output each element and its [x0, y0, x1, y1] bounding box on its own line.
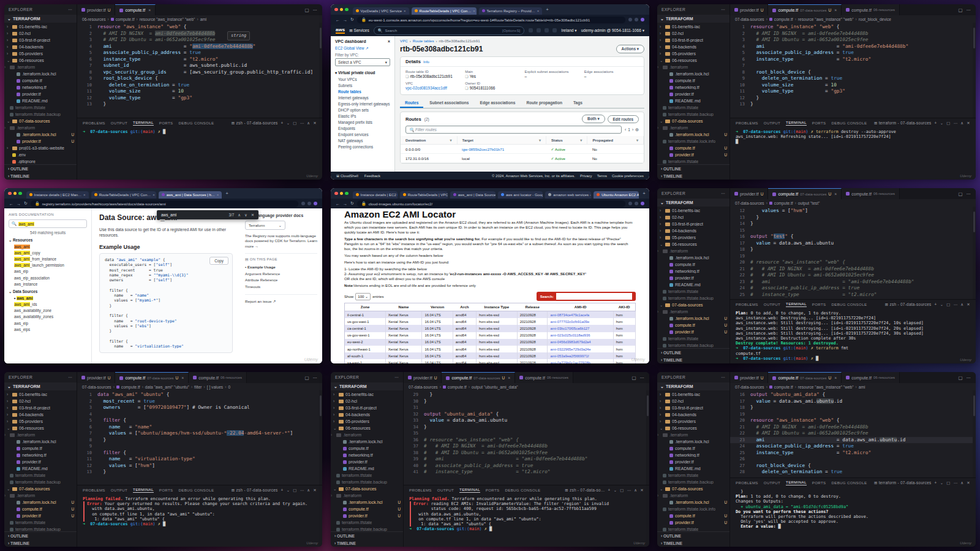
code-line[interactable]: 25# instance_type = "t2.micro" — [730, 292, 976, 298]
code-line[interactable]: 12 values = ["hvm"] — [730, 208, 976, 215]
tree-item[interactable]: terraform.tfstate — [657, 526, 729, 531]
tree-item[interactable]: .terraform.lock.hclU — [657, 499, 729, 506]
code-line[interactable]: 33 value = data.aws_ami.ubuntu — [404, 417, 649, 424]
code-line[interactable]: 28 delete_on_termination = true — [730, 469, 976, 476]
close-tab-icon[interactable]: × — [153, 193, 155, 197]
doc-nav-item[interactable]: aws_availability_zone — [9, 308, 87, 314]
terminal-dropdown-icon[interactable]: ⌄ — [940, 302, 944, 307]
column-header[interactable]: Instance Type — [477, 303, 518, 311]
editor-tab[interactable]: compute.tf07-data-sourcesU× — [768, 188, 842, 199]
tree-item[interactable]: README.md — [4, 97, 77, 104]
code-line[interactable]: 32output "ubuntu_ami_data" { — [404, 411, 649, 418]
breadcrumb-item[interactable]: 07-data-sources — [735, 385, 764, 389]
tree-item[interactable]: ›01-benefits-iac — [657, 23, 729, 30]
on-this-page-link[interactable]: Attribute Reference — [245, 276, 317, 283]
breadcrumb-item[interactable]: compute.tf — [774, 17, 793, 21]
new-terminal-icon[interactable]: + — [935, 302, 937, 306]
maximize-panel-icon[interactable]: ∧ — [307, 488, 310, 493]
code-line[interactable]: 7 values = ["ubuntu/images/hvm-ssd/ubunt… — [77, 430, 322, 437]
outline-section[interactable]: › OUTLINE — [657, 532, 729, 539]
kill-terminal-icon[interactable]: ⋯ — [300, 488, 304, 493]
tree-item[interactable]: ›proj01-s3-static-website — [4, 145, 77, 151]
tree-item[interactable]: terraform.tfstate — [657, 158, 729, 164]
code-line[interactable]: 9 delete_on_termination = true — [730, 75, 976, 82]
scrollbar[interactable] — [973, 390, 976, 477]
editor-tab[interactable]: compute.tf07-data-sourcesU× — [442, 372, 515, 383]
tree-item[interactable]: terraform.tfstate.backup — [657, 111, 729, 118]
code-line[interactable]: 21# # AMI ID NGINX = ami-0dfee6e7eb44d48… — [730, 266, 976, 273]
new-terminal-icon[interactable]: + — [935, 121, 937, 125]
code-line[interactable]: 24 associate_public_ip_address = true — [730, 443, 976, 450]
address-bar[interactable]: 🔒cloud-images.ubuntu.com/locator/ec2/ — [357, 200, 625, 207]
edit-routes-button[interactable]: Edit routes — [608, 115, 639, 123]
tree-item[interactable]: .terraform.lock.hcl — [331, 438, 403, 445]
close-panel-icon[interactable]: ✕ — [313, 488, 317, 493]
panel-tab-problems[interactable]: PROBLEMS — [736, 481, 758, 485]
code-line[interactable]: 21 # AMI ID NGINX = ami-0dfee6e7eb44d488… — [730, 424, 976, 431]
explorer-more-icon[interactable]: ⋯ — [721, 375, 725, 380]
tree-item[interactable]: terraform.tfstate.lock.info — [657, 138, 729, 145]
browser-tab[interactable]: amazon web services - how…× — [545, 191, 591, 199]
code-line[interactable]: 35 — [404, 430, 649, 437]
panel-tab-problems[interactable]: PROBLEMS — [409, 488, 432, 492]
tree-item[interactable]: provider.tfU — [4, 512, 77, 519]
browser-tab[interactable]: Terraform Registry – Provid…× — [479, 7, 543, 15]
editor-tab[interactable]: compute.tf06-resources — [842, 188, 900, 199]
code-line[interactable]: 10 filter { — [77, 450, 322, 457]
tree-item[interactable]: terraform.tfstate — [331, 472, 403, 479]
tree-item[interactable]: ⌄07-data-sources — [4, 485, 77, 492]
outline-section[interactable]: › OUTLINE — [4, 165, 77, 172]
browser-tab[interactable]: aws_ami | Data Sources | h…× — [450, 191, 496, 199]
code-line[interactable]: 20resource "aws_instance" "web" { — [730, 417, 976, 424]
new-tab-icon[interactable]: + — [546, 7, 549, 12]
code-line[interactable]: 11 volume_size = 10 — [77, 88, 322, 95]
on-this-page-link[interactable]: Argument Reference — [245, 270, 317, 277]
tree-item[interactable]: ⌄06-resources — [657, 57, 729, 64]
code-line[interactable]: 29 } — [404, 392, 649, 398]
breadcrumb-item[interactable]: output "ubuntu_ami_data" — [472, 385, 518, 389]
tree-item[interactable]: provider.tfU — [657, 519, 729, 526]
sidebar-item[interactable]: Endpoints — [331, 125, 394, 131]
column-header[interactable]: Target▾ — [457, 136, 546, 145]
more-actions-icon[interactable]: ⋯ — [640, 375, 645, 381]
tree-item[interactable]: README.md — [657, 465, 729, 472]
close-panel-icon[interactable]: ✕ — [640, 488, 644, 493]
tree-item[interactable]: networking.tf — [4, 452, 77, 458]
services-menu[interactable]: ⊞ Services — [349, 28, 369, 33]
close-tab-icon[interactable]: × — [834, 192, 837, 196]
find-query[interactable]: aws_ami — [161, 213, 176, 217]
scrollbar[interactable] — [973, 207, 976, 299]
timeline-section[interactable]: › TIMELINE — [4, 539, 77, 547]
tree-item[interactable]: provider.tf — [331, 458, 403, 465]
code-line[interactable]: 9 — [77, 443, 322, 450]
tree-item[interactable]: terraform.tfstate — [4, 519, 77, 526]
forward-icon[interactable]: → — [17, 202, 21, 206]
outline-section[interactable]: › OUTLINE — [4, 532, 77, 539]
tree-item[interactable]: terraform.tfstate.backup — [4, 526, 77, 531]
outline-section[interactable]: › OUTLINE — [657, 349, 729, 356]
panel-tab-ports[interactable]: PORTS — [159, 488, 173, 492]
scrollbar[interactable] — [319, 390, 322, 485]
terminal[interactable]: }Plan: 1 to add, 0 to change, 0 to destr… — [730, 487, 976, 547]
find-next-icon[interactable]: ∨ — [244, 213, 247, 218]
region-selector[interactable]: Ireland ▾ — [561, 28, 576, 33]
copy-icon[interactable]: ❏ — [465, 86, 468, 90]
doc-nav-item[interactable]: aws_ami_copy — [9, 249, 87, 256]
code-line[interactable]: 38# # AMI ID Ubuntu = ami-0652a001025ec9… — [404, 450, 649, 457]
code-line[interactable]: 7 — [730, 63, 976, 69]
editor-tab[interactable]: compute.tf06-resources — [842, 372, 900, 383]
sidebar-item[interactable]: DHCP option sets — [331, 107, 394, 113]
panel-tab-terminal[interactable]: TERMINAL — [133, 120, 154, 126]
kill-terminal-icon[interactable]: ⋯ — [300, 121, 304, 126]
more-actions-icon[interactable]: ⋯ — [967, 7, 971, 13]
tree-item[interactable]: .terraform.lock.hcl — [657, 438, 729, 445]
terminal-dropdown-icon[interactable]: ⌄ — [940, 481, 944, 485]
editor-tab[interactable]: compute.tf× — [115, 4, 156, 15]
browser-tab[interactable]: RouteTableDetails | VPC Con…× — [400, 191, 448, 199]
tree-item[interactable]: ⌄06-resources — [657, 241, 729, 248]
close-tab-icon[interactable]: × — [148, 8, 151, 12]
sidebar-item[interactable]: Your VPCs — [331, 76, 394, 82]
tree-item[interactable]: compute.tf — [4, 77, 77, 84]
ami-id-link[interactable]: ami-08734ce479c1acefa — [550, 313, 589, 317]
tree-item[interactable]: compute.tfU — [657, 512, 729, 519]
